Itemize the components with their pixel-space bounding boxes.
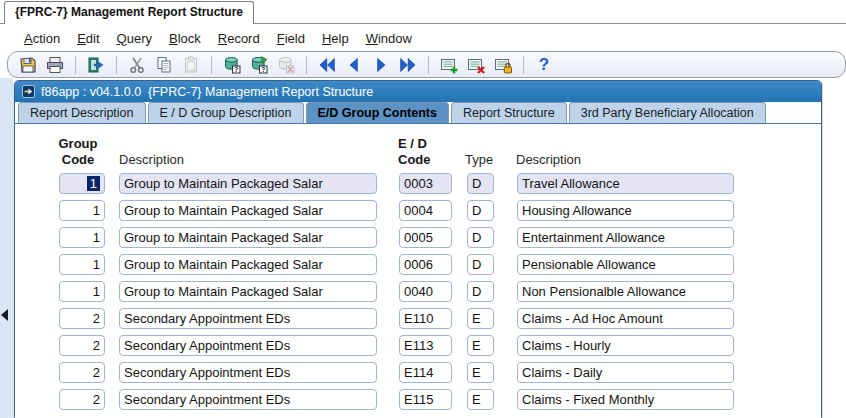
mdi-window-tab[interactable]: {FPRC-7} Management Report Structure — [4, 1, 254, 24]
ed-description-field[interactable]: Claims - Fixed Monthly — [517, 389, 734, 410]
group-description-field[interactable]: Secondary Appointment EDs — [119, 362, 377, 383]
help-icon: ? — [539, 55, 549, 75]
first-record-button[interactable] — [316, 54, 338, 76]
menu-record[interactable]: Record — [218, 31, 260, 46]
copy-button[interactable] — [153, 54, 175, 76]
svg-text:?: ? — [261, 65, 265, 72]
execute-query-icon: ? — [249, 55, 269, 75]
type-field[interactable]: D — [467, 227, 494, 248]
grid-row: 1 Group to Maintain Packaged Salar 0003 … — [15, 173, 821, 194]
cancel-query-icon: ? — [276, 55, 296, 75]
menu-query[interactable]: Query — [117, 31, 152, 46]
ed-code-field[interactable]: 0003 — [399, 173, 452, 194]
lock-record-button[interactable] — [492, 54, 514, 76]
menu-bar: Action Edit Query Block Record Field Hel… — [24, 28, 412, 48]
grid-row: 1 Group to Maintain Packaged Salar 0005 … — [15, 227, 821, 248]
toolbar-separator — [306, 56, 307, 74]
ed-code-header: E / D Code — [398, 136, 431, 168]
group-code-field[interactable]: 1 — [59, 173, 105, 194]
group-description-field[interactable]: Secondary Appointment EDs — [119, 308, 377, 329]
delete-record-button[interactable] — [465, 54, 487, 76]
group-code-field[interactable]: 1 — [59, 254, 105, 275]
last-record-button[interactable] — [397, 54, 419, 76]
toolbar-separator — [428, 56, 429, 74]
save-button[interactable] — [17, 54, 39, 76]
group-code-field[interactable]: 2 — [59, 308, 105, 329]
type-field[interactable]: D — [467, 281, 494, 302]
enter-query-button[interactable]: ? — [221, 54, 243, 76]
svg-text:?: ? — [234, 65, 238, 72]
group-code-field[interactable]: 2 — [59, 389, 105, 410]
ed-description-header: Description — [516, 152, 581, 168]
group-code-field[interactable]: 2 — [59, 335, 105, 356]
group-code-field[interactable]: 1 — [59, 200, 105, 221]
tab-ed-group-contents[interactable]: E/D Group Contents — [306, 102, 449, 123]
exit-button[interactable] — [85, 54, 107, 76]
cut-button[interactable] — [126, 54, 148, 76]
grid-row: 1 Group to Maintain Packaged Salar 0004 … — [15, 200, 821, 221]
previous-record-icon — [344, 55, 364, 75]
group-description-field[interactable]: Group to Maintain Packaged Salar — [119, 227, 377, 248]
type-field[interactable]: E — [467, 389, 494, 410]
group-description-field[interactable]: Group to Maintain Packaged Salar — [119, 281, 377, 302]
help-button[interactable]: ? — [533, 54, 555, 76]
tab-bar: Report Description E / D Group Descripti… — [15, 102, 821, 124]
ed-description-field[interactable]: Travel Allowance — [517, 173, 734, 194]
toolbar-separator — [116, 56, 117, 74]
group-code-field[interactable]: 2 — [59, 362, 105, 383]
type-field[interactable]: E — [467, 335, 494, 356]
type-header: Type — [465, 152, 493, 168]
group-code-field[interactable]: 1 — [59, 281, 105, 302]
menu-window[interactable]: Window — [366, 31, 412, 46]
ed-description-field[interactable]: Entertainment Allowance — [517, 227, 734, 248]
type-field[interactable]: E — [467, 308, 494, 329]
ed-code-field[interactable]: 0005 — [399, 227, 452, 248]
lock-record-icon — [493, 55, 513, 75]
menu-action[interactable]: Action — [24, 31, 60, 46]
group-description-field[interactable]: Secondary Appointment EDs — [119, 389, 377, 410]
toolbar-separator — [75, 56, 76, 74]
ed-code-field[interactable]: E113 — [399, 335, 452, 356]
menu-edit[interactable]: Edit — [77, 31, 99, 46]
type-field[interactable]: D — [467, 200, 494, 221]
tab-ed-group-description[interactable]: E / D Group Description — [148, 102, 304, 123]
group-description-field[interactable]: Group to Maintain Packaged Salar — [119, 254, 377, 275]
first-record-icon — [317, 55, 337, 75]
ed-code-field[interactable]: E110 — [399, 308, 452, 329]
exit-icon — [86, 55, 106, 75]
ed-description-field[interactable]: Housing Allowance — [517, 200, 734, 221]
ed-code-field[interactable]: E115 — [399, 389, 452, 410]
menu-help[interactable]: Help — [322, 31, 349, 46]
group-code-field[interactable]: 1 — [59, 227, 105, 248]
type-field[interactable]: E — [467, 362, 494, 383]
insert-record-button[interactable] — [438, 54, 460, 76]
ed-code-field[interactable]: 0006 — [399, 254, 452, 275]
execute-query-button[interactable]: ? — [248, 54, 270, 76]
cut-icon — [127, 55, 147, 75]
ed-description-field[interactable]: Claims - Ad Hoc Amount — [517, 308, 734, 329]
ed-code-field[interactable]: 0040 — [399, 281, 452, 302]
ed-description-field[interactable]: Claims - Daily — [517, 362, 734, 383]
ed-description-field[interactable]: Pensionable Allowance — [517, 254, 734, 275]
ed-code-field[interactable]: E114 — [399, 362, 452, 383]
dock-arrow-icon — [1, 309, 8, 321]
type-field[interactable]: D — [467, 173, 494, 194]
ed-description-field[interactable]: Non Pensionalble Allowance — [517, 281, 734, 302]
group-description-field[interactable]: Group to Maintain Packaged Salar — [119, 200, 377, 221]
ed-code-field[interactable]: 0004 — [399, 200, 452, 221]
menu-field[interactable]: Field — [277, 31, 305, 46]
previous-record-button[interactable] — [343, 54, 365, 76]
mdi-background-strip — [0, 78, 13, 418]
tab-report-description[interactable]: Report Description — [18, 102, 146, 123]
next-record-button[interactable] — [370, 54, 392, 76]
group-description-field[interactable]: Secondary Appointment EDs — [119, 335, 377, 356]
enter-query-icon: ? — [222, 55, 242, 75]
ed-description-field[interactable]: Claims - Hourly — [517, 335, 734, 356]
tab-3rd-party-beneficiary-allocation[interactable]: 3rd Party Beneficiary Allocation — [569, 102, 766, 123]
tab-report-structure[interactable]: Report Structure — [451, 102, 567, 123]
print-button[interactable] — [44, 54, 66, 76]
paste-button — [180, 54, 202, 76]
group-description-field[interactable]: Group to Maintain Packaged Salar — [119, 173, 377, 194]
type-field[interactable]: D — [467, 254, 494, 275]
menu-block[interactable]: Block — [169, 31, 201, 46]
